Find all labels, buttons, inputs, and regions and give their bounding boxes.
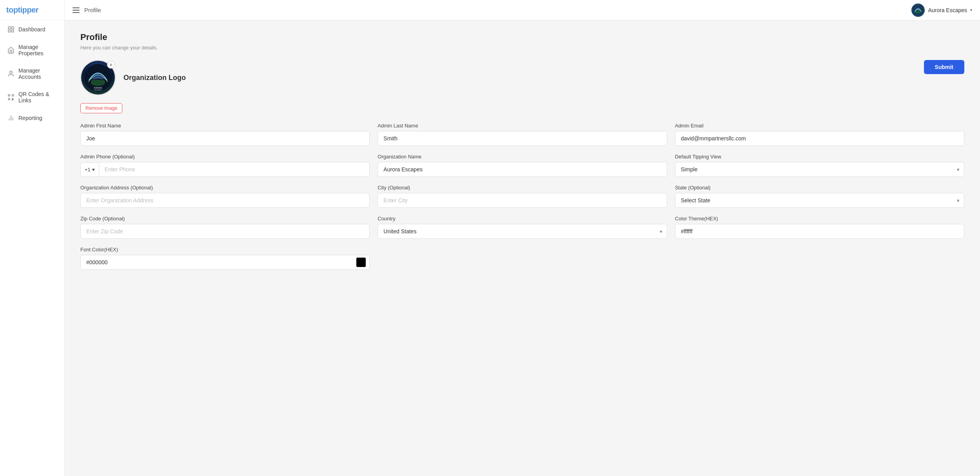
svg-point-4: [10, 71, 12, 73]
font-color-input[interactable]: [80, 255, 370, 270]
form-row-1: Admin First Name Admin Last Name Admin E…: [80, 123, 964, 146]
sidebar-item-manager-accounts[interactable]: Manager Accounts: [0, 62, 64, 85]
sidebar: toptipper Dashboard Manage Properties Ma…: [0, 0, 65, 476]
svg-rect-7: [8, 98, 10, 100]
main-content: Profile Here you can change your details…: [65, 20, 980, 476]
city-label: City (Optional): [377, 185, 667, 191]
chevron-down-icon: ▾: [970, 8, 972, 12]
tipping-view-select-wrap: Simple Advanced: [675, 162, 964, 177]
font-color-input-wrap: [80, 255, 370, 270]
form-row-2: Admin Phone (Optional) +1 ▾ Organization…: [80, 154, 964, 177]
phone-input[interactable]: [99, 162, 370, 177]
sidebar-item-reporting[interactable]: Reporting: [0, 109, 64, 127]
svg-rect-5: [8, 94, 10, 96]
admin-first-name-input[interactable]: [80, 131, 370, 146]
grid-icon: [7, 26, 15, 33]
brand-logo: toptipper: [0, 0, 64, 20]
admin-first-name-group: Admin First Name: [80, 123, 370, 146]
sidebar-item-qr-codes[interactable]: QR Codes & Links: [0, 85, 64, 109]
country-select-wrap: United States Canada United Kingdom: [377, 224, 667, 239]
upload-logo-button[interactable]: +: [107, 61, 115, 69]
svg-point-15: [91, 80, 105, 86]
org-name-input[interactable]: [377, 162, 667, 177]
page-title: Profile: [80, 32, 964, 42]
svg-rect-2: [8, 30, 10, 32]
hamburger-menu[interactable]: [73, 7, 80, 13]
svg-rect-3: [12, 30, 14, 32]
topbar: Profile Aurora Escapes ▾: [65, 0, 980, 20]
color-theme-input[interactable]: [675, 224, 964, 239]
phone-code-selector[interactable]: +1 ▾: [80, 162, 99, 177]
svg-rect-0: [8, 27, 10, 29]
admin-phone-label: Admin Phone (Optional): [80, 154, 370, 160]
org-logo-label: Organization Logo: [123, 74, 186, 82]
sidebar-item-dashboard[interactable]: Dashboard: [0, 20, 64, 38]
zip-input[interactable]: [80, 224, 370, 239]
font-color-label: Font Color(HEX): [80, 247, 370, 253]
logo-section: AURORA ESCAPES + Organization Logo Submi…: [80, 60, 964, 95]
zip-group: Zip Code (Optional): [80, 216, 370, 239]
org-name-label: Aurora Escapes: [928, 7, 967, 13]
qr-icon: [7, 94, 15, 101]
admin-email-label: Admin Email: [675, 123, 964, 129]
state-select[interactable]: Select State AlabamaAlaskaArizona Califo…: [675, 193, 964, 208]
country-select[interactable]: United States Canada United Kingdom: [377, 224, 667, 239]
form-row-5: Font Color(HEX): [80, 247, 964, 270]
main-app: Profile Aurora Escapes ▾ Profile Here yo…: [65, 0, 980, 476]
form-row-4: Zip Code (Optional) Country United State…: [80, 216, 964, 239]
page-subtitle: Here you can change your details.: [80, 45, 964, 51]
tipping-view-group: Default Tipping View Simple Advanced: [675, 154, 964, 177]
svg-text:ESCAPES: ESCAPES: [94, 89, 102, 91]
form-row-3: Organization Address (Optional) City (Op…: [80, 185, 964, 208]
org-name-field-label: Organization Name: [377, 154, 667, 160]
country-group: Country United States Canada United King…: [377, 216, 667, 239]
city-group: City (Optional): [377, 185, 667, 208]
org-logo-wrap: AURORA ESCAPES +: [80, 60, 116, 95]
font-color-group: Font Color(HEX): [80, 247, 370, 270]
state-label: State (Optional): [675, 185, 964, 191]
admin-email-group: Admin Email: [675, 123, 964, 146]
admin-phone-group: Admin Phone (Optional) +1 ▾: [80, 154, 370, 177]
color-theme-group: Color Theme(HEX): [675, 216, 964, 239]
org-address-group: Organization Address (Optional): [80, 185, 370, 208]
svg-rect-6: [12, 94, 14, 96]
topbar-page-label: Profile: [84, 7, 101, 13]
zip-label: Zip Code (Optional): [80, 216, 370, 222]
person-icon: [7, 70, 15, 77]
org-name-group: Organization Name: [377, 154, 667, 177]
tipping-view-select[interactable]: Simple Advanced: [675, 162, 964, 177]
state-select-wrap: Select State AlabamaAlaskaArizona Califo…: [675, 193, 964, 208]
admin-last-name-label: Admin Last Name: [377, 123, 667, 129]
topbar-left: Profile: [73, 7, 101, 13]
state-group: State (Optional) Select State AlabamaAla…: [675, 185, 964, 208]
sidebar-item-manage-properties[interactable]: Manage Properties: [0, 38, 64, 62]
remove-image-button[interactable]: Remove Image: [80, 103, 122, 113]
svg-rect-1: [12, 27, 14, 29]
font-color-swatch: [356, 258, 366, 267]
topbar-org[interactable]: Aurora Escapes ▾: [911, 4, 972, 17]
building-icon: [7, 47, 15, 54]
admin-last-name-group: Admin Last Name: [377, 123, 667, 146]
chart-icon: [7, 114, 15, 122]
avatar: [911, 4, 925, 17]
org-address-label: Organization Address (Optional): [80, 185, 370, 191]
svg-point-13: [915, 11, 921, 13]
phone-wrap: +1 ▾: [80, 162, 370, 177]
country-label: Country: [377, 216, 667, 222]
submit-button[interactable]: Submit: [924, 60, 964, 74]
phone-chevron-icon: ▾: [92, 167, 95, 173]
color-theme-label: Color Theme(HEX): [675, 216, 964, 222]
admin-email-input[interactable]: [675, 131, 964, 146]
city-input[interactable]: [377, 193, 667, 208]
org-address-input[interactable]: [80, 193, 370, 208]
admin-last-name-input[interactable]: [377, 131, 667, 146]
tipping-view-label: Default Tipping View: [675, 154, 964, 160]
admin-first-name-label: Admin First Name: [80, 123, 370, 129]
